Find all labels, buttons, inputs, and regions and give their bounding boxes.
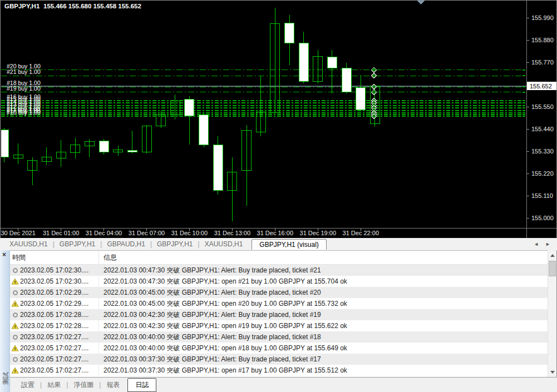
- info-circle-icon: [10, 287, 20, 298]
- candle: [0, 128, 9, 162]
- journal-row-message: 2022.01.03 00:42:30 突破 GBPJPY,H1: Alert:…: [99, 309, 321, 320]
- down-arrow-icon: [550, 371, 555, 374]
- info-circle-icon: [10, 265, 20, 276]
- journal-column-message[interactable]: 信息: [99, 251, 117, 264]
- journal-row-message: 2022.01.03 00:37:30 突破 GBPJPY,H1: Alert:…: [99, 354, 321, 365]
- time-tick-label: 31 Dec 19:00: [300, 230, 336, 236]
- tester-panel-vertical-label: 測試: [2, 371, 10, 385]
- candle: [213, 136, 223, 195]
- journal-header-row: 時間 信息: [10, 251, 548, 265]
- tester-tabs: 設置|結果|淨值圖|報表日誌: [10, 377, 557, 392]
- journal-row-message: 2022.01.03 00:40:00 突破 GBPJPY,H1: Alert:…: [99, 331, 321, 343]
- close-panel-button[interactable]: ×: [0, 250, 9, 258]
- tester-tab-5-active[interactable]: 日誌: [127, 378, 156, 392]
- journal-row[interactable]: 2023.02.05 17:02:30....2022.01.03 00:47:…: [10, 265, 548, 276]
- scrollbar-up-button[interactable]: [548, 251, 556, 260]
- chart-tabstrip: XAUUSD,H1|GBPJPY,H1|GBPAUD,H1|GBPJPY,H1|…: [0, 238, 534, 250]
- journal-row-time: 2023.02.05 17:02:27....: [20, 343, 99, 354]
- journal-row-time: 2023.02.05 17:02:30....: [20, 265, 99, 276]
- warning-triangle-icon: !: [10, 343, 20, 354]
- journal-row[interactable]: 2023.02.05 17:02:28....2022.01.03 00:42:…: [10, 309, 548, 320]
- time-tick-label: 31 Dec 16:00: [257, 230, 293, 236]
- time-tick-label: 30 Dec 2021: [1, 230, 35, 236]
- trade-label-#19: #19 buy 1.00: [7, 85, 41, 92]
- journal-row-message: 2022.01.03 00:37:30 突破 GBPJPY,H1: open #…: [99, 365, 347, 376]
- journal-scrollbar[interactable]: [548, 251, 556, 377]
- warning-triangle-icon: !: [10, 320, 20, 331]
- journal-row-message: 2022.01.03 00:45:00 突破 GBPJPY,H1: open #…: [99, 298, 347, 309]
- time-tick-label: 31 Dec 22:00: [343, 230, 379, 236]
- journal-row-time: 2023.02.05 17:02:29....: [20, 287, 99, 298]
- time-tick-label: 31 Dec 07:00: [129, 230, 165, 236]
- time-tick-label: 31 Dec 01:00: [43, 230, 79, 236]
- chart-tab-1[interactable]: XAUUSD,H1: [4, 240, 53, 248]
- journal-row-time: 2023.02.05 17:02:30....: [20, 276, 99, 287]
- tab-scroll-left-icon[interactable]: ◄: [534, 241, 539, 247]
- journal-row-time: 2023.02.05 17:02:29....: [20, 298, 99, 309]
- trade-label-#10: #10 buy 1.00: [7, 109, 41, 116]
- chart-title-ohlc: 155.466 155.680 155.458 155.652: [43, 3, 141, 9]
- info-circle-icon: [10, 331, 20, 343]
- time-tick-label: 31 Dec 13:00: [214, 230, 250, 236]
- chart-tab-6-active[interactable]: GBPJPY,H1 (visual): [252, 239, 326, 250]
- journal-row[interactable]: !2023.02.05 17:02:29....2022.01.03 00:45…: [10, 298, 548, 309]
- journal-row[interactable]: 2023.02.05 17:02:27....2022.01.03 00:40:…: [10, 331, 548, 343]
- chart-tabs: XAUUSD,H1|GBPJPY,H1|GBPAUD,H1|GBPJPY,H1|…: [0, 238, 557, 250]
- journal-row-message: 2022.01.03 00:45:00 突破 GBPJPY,H1: Alert:…: [99, 287, 321, 298]
- journal-row[interactable]: !2023.02.05 17:02:27....2022.01.03 00:37…: [10, 365, 548, 376]
- price-tick-label: 155.880: [531, 37, 554, 43]
- journal-row-time: 2023.02.05 17:02:27....: [20, 331, 99, 343]
- up-arrow-icon: [550, 254, 555, 257]
- warning-triangle-icon: !: [10, 365, 20, 376]
- journal-row[interactable]: !2023.02.05 17:02:28....2022.01.03 00:42…: [10, 320, 548, 331]
- mt4-strategy-tester-window: { "chart": { "type": "candlestick", "sym…: [0, 0, 557, 392]
- journal-row[interactable]: 2023.02.05 17:02:29....2022.01.03 00:45:…: [10, 287, 548, 298]
- journal-row-time: 2023.02.05 17:02:28....: [20, 320, 99, 331]
- price-tick-label: 155.990: [531, 14, 554, 21]
- journal-row[interactable]: !2023.02.05 17:02:30....2022.01.03 00:47…: [10, 276, 548, 287]
- journal-row-message: 2022.01.03 00:40:00 突破 GBPJPY,H1: open #…: [99, 343, 347, 354]
- price-tick-label: 155.770: [531, 59, 554, 66]
- journal-column-time[interactable]: 時間: [10, 251, 99, 264]
- price-tick-label: 155.110: [531, 192, 553, 199]
- info-circle-icon: [10, 309, 20, 320]
- info-circle-icon: [10, 354, 20, 365]
- tester-tab-1[interactable]: 設置: [16, 380, 40, 390]
- journal-row[interactable]: 2023.02.05 17:02:27....2022.01.03 00:37:…: [10, 354, 548, 365]
- journal-row-message: 2022.01.03 00:47:30 突破 GBPJPY,H1: open #…: [99, 276, 347, 287]
- journal-row-time: 2023.02.05 17:02:27....: [20, 365, 99, 376]
- tab-scroll-right-icon[interactable]: ►: [545, 241, 550, 247]
- scrollbar-thumb[interactable]: [549, 261, 556, 276]
- current-price-value: 155.652: [530, 83, 552, 90]
- tester-tab-3[interactable]: 淨值圖: [68, 380, 99, 390]
- journal-panel: 時間 信息 2023.02.05 17:02:30....2022.01.03 …: [10, 250, 548, 377]
- time-tick-label: 31 Dec 10:00: [171, 230, 208, 236]
- chart-tab-2[interactable]: GBPJPY,H1: [55, 240, 100, 248]
- chart-tab-5[interactable]: XAUUSD,H1: [200, 240, 248, 248]
- journal-row-time: 2023.02.05 17:02:27....: [20, 354, 99, 365]
- chart-background: [0, 0, 557, 238]
- trade-label-#21: #21 buy 1.00: [7, 68, 41, 75]
- price-tick-label: 155.220: [531, 170, 554, 177]
- chart-tab-3[interactable]: GBPAUD,H1: [102, 240, 150, 248]
- tester-tab-2[interactable]: 結果: [42, 380, 66, 390]
- warning-triangle-icon: !: [10, 276, 20, 287]
- journal-row[interactable]: !2023.02.05 17:02:27....2022.01.03 00:40…: [10, 343, 548, 354]
- price-tick-label: 155.550: [531, 103, 554, 110]
- journal-row-message: 2022.01.03 00:47:30 突破 GBPJPY,H1: Alert:…: [99, 265, 321, 276]
- tester-tab-4[interactable]: 報表: [101, 380, 125, 390]
- candle: [199, 113, 209, 147]
- scrollbar-down-button[interactable]: [548, 368, 556, 376]
- price-tick-label: 155.000: [531, 215, 554, 221]
- price-tick-label: 155.330: [531, 148, 554, 155]
- trade-labels: #20 buy 1.00#21 buy 1.00#18 buy 1.00#19 …: [7, 63, 41, 116]
- chart-area[interactable]: #20 buy 1.00#21 buy 1.00#18 buy 1.00#19 …: [0, 0, 557, 238]
- journal-row-time: 2023.02.05 17:02:28....: [20, 309, 99, 320]
- price-tick-label: 155.440: [531, 126, 554, 132]
- candlestick-chart-canvas[interactable]: #20 buy 1.00#21 buy 1.00#18 buy 1.00#19 …: [0, 0, 557, 238]
- toolbox-side-strip: × 測試: [0, 250, 10, 392]
- warning-triangle-icon: !: [10, 298, 20, 309]
- journal-rows: 2023.02.05 17:02:30....2022.01.03 00:47:…: [10, 265, 548, 376]
- chart-tab-4[interactable]: GBPJPY,H1: [152, 240, 198, 248]
- tab-nav-arrows: ◄ ►: [534, 238, 557, 250]
